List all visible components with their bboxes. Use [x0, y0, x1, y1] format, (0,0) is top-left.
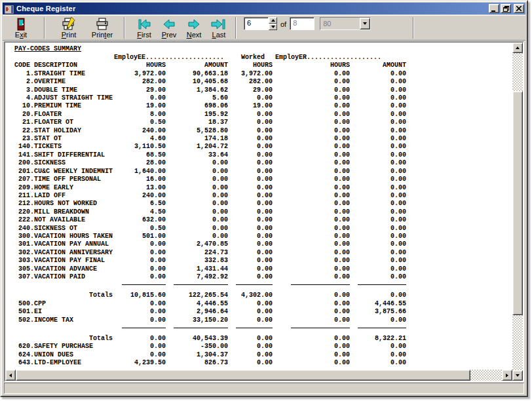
app-window: Cheque Register [0, 0, 528, 397]
scroll-right-button[interactable] [502, 370, 512, 381]
printer-icon [95, 17, 109, 31]
table-row: 23.STAT OT4.60174.180.000.000.00 [14, 135, 406, 143]
value-cell: 0.00 [273, 335, 350, 343]
value-cell: 0.00 [228, 94, 273, 102]
first-button[interactable]: First [132, 17, 157, 39]
scroll-down-button[interactable] [512, 370, 523, 381]
value-cell: 0.00 [114, 335, 166, 343]
hscroll-track-right[interactable] [470, 370, 502, 381]
value-cell: 2,946.64 [166, 308, 228, 316]
value-cell: 0.00 [350, 127, 406, 135]
code-description-cell: 23.STAT OT [14, 135, 114, 143]
toolbar: Exit Print [3, 15, 525, 41]
value-cell: 0.00 [350, 208, 406, 216]
value-cell: 0.50 [114, 225, 166, 233]
value-cell: 0.00 [228, 127, 273, 135]
table-row: 22.STAT HOLIDAY240.005,528.800.000.000.0… [14, 127, 406, 135]
value-cell: 0.00 [273, 216, 350, 224]
vscroll-track-top[interactable] [512, 53, 523, 91]
value-cell: 0.00 [350, 70, 406, 78]
scroll-left-button[interactable] [5, 370, 16, 381]
value-cell: 122,265.54 [166, 292, 228, 299]
value-cell: 19.00 [114, 102, 166, 110]
value-cell: 16.00 [114, 176, 166, 183]
col-header-er-amount: AMOUNT [350, 62, 406, 69]
page-number-input[interactable]: 6 [244, 17, 269, 30]
vscroll-track-bottom[interactable] [512, 315, 523, 370]
exit-door-icon [14, 17, 28, 31]
value-cell: 0.00 [273, 273, 350, 281]
exit-button[interactable]: Exit [7, 17, 35, 39]
table-row: 501.EI0.002,946.640.000.003,875.66 [14, 308, 406, 316]
value-cell: 0.00 [228, 192, 273, 200]
code-description-cell: 207.TIME OFF PERSONAL [14, 176, 114, 183]
value-cell: -350.00 [166, 343, 228, 351]
spinner-down-button[interactable] [269, 24, 277, 30]
separator-row [14, 324, 406, 329]
of-label: of [280, 20, 286, 28]
table-row: 211.LAID OFF240.000.000.000.000.00 [14, 192, 406, 200]
vscroll-thumb[interactable] [512, 91, 523, 315]
code-description-cell: 2.OVERTIME [14, 78, 114, 86]
value-cell: 0.00 [350, 151, 406, 159]
value-cell: 1,204.72 [166, 143, 228, 151]
value-cell: 0.00 [273, 225, 350, 233]
scroll-up-button[interactable] [512, 43, 523, 53]
value-cell: 0.00 [166, 225, 228, 233]
value-cell: 0.00 [228, 273, 273, 281]
window-title: Cheque Register [16, 5, 487, 12]
code-description-cell: 300.VACATION HOURS TAKEN [14, 233, 114, 240]
prev-button[interactable]: Prev [157, 17, 181, 39]
hscroll-thumb[interactable] [16, 370, 470, 381]
code-description-cell: 21.FLOATER OT [14, 119, 114, 126]
next-button[interactable]: Next [181, 17, 206, 39]
value-cell: 0.00 [228, 168, 273, 176]
printer-button[interactable]: Printer [86, 17, 119, 39]
value-cell: 826.73 [166, 359, 228, 367]
vertical-scrollbar[interactable] [512, 43, 523, 381]
value-cell: 0.00 [350, 184, 406, 192]
table-row: 502.INCOME TAX0.0033,150.200.000.000.00 [14, 316, 406, 324]
value-cell: 282.00 [114, 78, 166, 86]
close-button[interactable] [514, 4, 524, 13]
col-header-worked-hours: HOURS [228, 62, 273, 69]
value-cell: 0.00 [166, 200, 228, 208]
print-button[interactable]: Print [54, 17, 83, 39]
first-icon [136, 17, 152, 31]
value-cell: 0.00 [350, 265, 406, 273]
report-viewport: PAY-CODES SUMMARY EmployEE..............… [5, 43, 512, 370]
value-cell: 0.00 [114, 316, 166, 324]
value-cell: 0.00 [350, 343, 406, 351]
combo-dropdown-button[interactable] [360, 18, 370, 29]
value-cell: 0.00 [273, 208, 350, 216]
value-cell: 0.00 [273, 184, 350, 192]
value-cell: 0.00 [273, 343, 350, 351]
value-cell: 0.00 [114, 240, 166, 248]
value-cell: 0.00 [114, 351, 166, 359]
value-cell: 0.00 [273, 292, 350, 299]
value-cell: 0.00 [166, 233, 228, 240]
value-cell: 0.00 [228, 111, 273, 119]
value-cell: 2,470.85 [166, 240, 228, 248]
restore-button[interactable] [501, 4, 511, 13]
value-cell: 0.00 [114, 249, 166, 257]
zoom-combobox[interactable]: 80 [320, 17, 371, 30]
value-cell: 0.00 [350, 78, 406, 86]
col-header-ee-hours: HOURS [114, 62, 166, 69]
code-description-cell: 302.VACATION ANNIVERSARY [14, 249, 114, 257]
app-icon[interactable] [5, 5, 14, 13]
table-row: 20.FLOATER8.00195.920.000.000.00 [14, 111, 406, 119]
toolbar-separator [44, 17, 45, 39]
last-button[interactable]: Last [206, 17, 231, 39]
spinner-up-button[interactable] [269, 17, 277, 24]
value-cell: 0.00 [273, 351, 350, 359]
value-cell: 0.00 [350, 273, 406, 281]
horizontal-scrollbar[interactable] [5, 370, 512, 381]
table-row: 1.STRAIGHT TIME3,972.0090,663.183,972.00… [14, 70, 406, 78]
value-cell: 0.00 [228, 335, 273, 343]
table-row: 240.SICKNESS OT0.500.000.000.000.00 [14, 225, 406, 233]
table-row: 141.SHIFT DIFFERENTIAL68.5033.640.000.00… [14, 151, 406, 159]
value-cell: 0.00 [228, 135, 273, 143]
value-cell: 0.00 [273, 78, 350, 86]
minimize-button[interactable] [489, 4, 499, 13]
